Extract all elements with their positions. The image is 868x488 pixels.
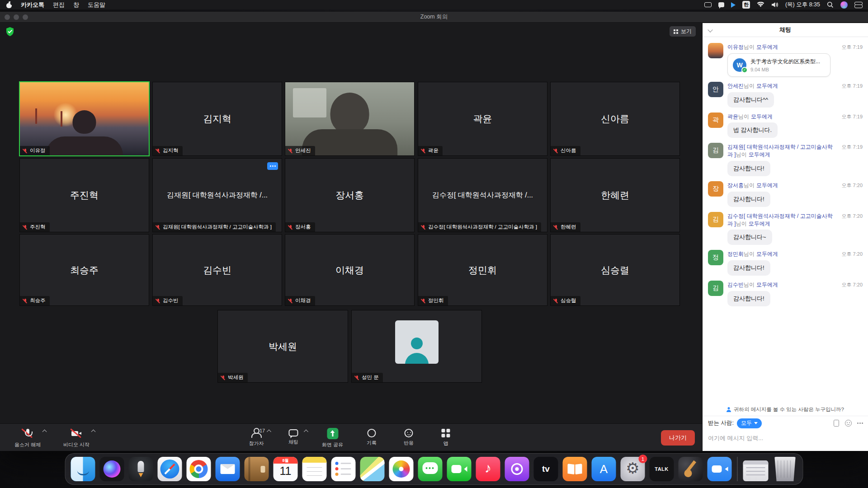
dock-notes-icon[interactable] [302, 457, 327, 481]
avatar: 김 [708, 143, 723, 158]
chevron-up-icon[interactable] [91, 430, 96, 434]
volume-icon[interactable] [771, 2, 778, 8]
mic-muted-icon [553, 225, 558, 230]
menu-help[interactable]: 도움말 [88, 1, 105, 9]
leave-meeting-button[interactable]: 나가기 [661, 430, 695, 446]
message-time: 오후 7:19 [842, 83, 863, 89]
dock-mail-icon[interactable] [216, 457, 240, 481]
dock-photos-icon[interactable] [389, 457, 414, 481]
mic-muted-icon [156, 148, 160, 154]
menu-app-name[interactable]: 카카오톡 [21, 1, 44, 9]
video-tile[interactable]: 김지혁 김지혁 [153, 82, 282, 155]
security-shield-icon[interactable] [5, 27, 14, 38]
chevron-down-icon[interactable] [708, 27, 712, 32]
dock-siri-icon[interactable] [100, 457, 124, 481]
siri-icon[interactable] [840, 1, 848, 9]
mic-muted-icon [354, 375, 359, 380]
dock-podcasts-icon[interactable] [505, 457, 529, 481]
dock-kakaotalk-icon[interactable]: TALK [650, 457, 674, 481]
apple-menu-icon[interactable] [6, 1, 12, 8]
video-tile[interactable]: 박세원 박세원 [218, 310, 348, 382]
video-tile[interactable]: 한혜련 한혜련 [551, 159, 679, 232]
chat-message: 김 김수빈님이모두에게 오후 7:20 감사합니다! [708, 281, 863, 306]
attach-file-icon[interactable] [834, 420, 839, 427]
dock-minimized-window[interactable] [743, 460, 769, 481]
participant-name: 한혜련 [551, 159, 679, 232]
tile-name-label: 김수빈 [153, 296, 183, 305]
emoji-icon[interactable] [845, 420, 852, 427]
dock-trash-icon[interactable] [773, 457, 797, 481]
menu-edit[interactable]: 편집 [53, 1, 65, 9]
dock-books-icon[interactable] [563, 457, 587, 481]
dock-appstore-icon[interactable]: A [592, 457, 616, 481]
video-tile[interactable]: 신아름 신아름 [551, 82, 679, 155]
dock-contacts-icon[interactable] [245, 457, 269, 481]
dock-system-settings-icon[interactable]: 1 [621, 457, 645, 481]
control-center-icon[interactable] [854, 2, 862, 8]
chat-message-input[interactable] [708, 435, 863, 441]
video-tile[interactable]: 곽윤 곽윤 [418, 82, 547, 155]
video-tile[interactable]: 이채경 이채경 [285, 235, 414, 305]
reactions-button[interactable]: 반응 [396, 427, 422, 448]
dock-messages-icon[interactable] [418, 457, 443, 481]
video-tile[interactable]: 최승주 최승주 [20, 235, 149, 305]
play-status-icon[interactable] [731, 2, 736, 8]
chevron-up-icon[interactable] [267, 430, 271, 434]
video-tile[interactable]: 김재원[ 대학원석사과정재학 /... 김재원[ 대학원석사과정재학 / 고고미… [153, 159, 282, 232]
share-screen-button[interactable]: 화면 공유 [317, 427, 348, 448]
dock-zoom-icon[interactable] [708, 457, 732, 481]
dock-separator [737, 457, 738, 481]
chat-button[interactable]: 채팅 [280, 427, 307, 448]
chevron-up-icon[interactable] [42, 430, 47, 434]
video-tile[interactable]: 김수빈 김수빈 [153, 235, 282, 305]
chat-message-list[interactable]: 이유정님이모두에게 오후 7:19 W 关于考古学文化的区系类型... [703, 38, 868, 403]
message-time: 오후 7:19 [842, 113, 863, 120]
chat-header: 채팅 [703, 23, 868, 37]
dock-finder-icon[interactable] [71, 457, 95, 481]
video-tile[interactable]: 주진혁 주진혁 [20, 159, 149, 232]
dock-facetime-icon[interactable] [447, 457, 472, 481]
wifi-icon[interactable] [757, 2, 764, 8]
caret-down-icon [754, 422, 758, 424]
dock-chrome-icon[interactable] [187, 457, 211, 481]
input-source-icon[interactable]: 한 [742, 1, 750, 9]
display-status-icon[interactable] [704, 2, 712, 7]
unmute-button[interactable]: 음소거 해제 [10, 427, 45, 448]
recipient-label: 받는 사람: [708, 419, 734, 427]
video-tile[interactable]: 성민 문 [352, 310, 481, 382]
video-tile[interactable]: 장서홍 장서홍 [285, 159, 414, 232]
dock-garageband-icon[interactable] [679, 457, 703, 481]
menu-window[interactable]: 창 [73, 1, 79, 9]
tile-name-label: 박세원 [218, 373, 248, 382]
video-tile[interactable]: 안세진 [285, 82, 414, 155]
person-placeholder-icon [402, 338, 431, 364]
dock-launchpad-icon[interactable] [129, 457, 153, 481]
record-button[interactable]: 기록 [359, 427, 385, 448]
video-tile[interactable]: 이유정 [20, 82, 149, 155]
menu-clock[interactable]: (목) 오후 8:35 [785, 1, 820, 9]
zoom-toolbar: 음소거 해제 비디오 시작 17 참가자 [0, 423, 702, 451]
dock-reminders-icon[interactable] [331, 457, 356, 481]
message-time: 오후 7:20 [842, 182, 863, 189]
dock-music-icon[interactable] [476, 457, 500, 481]
chevron-up-icon[interactable] [304, 430, 308, 434]
participants-button[interactable]: 17 참가자 [243, 427, 269, 448]
apps-button[interactable]: 앱 [433, 427, 459, 448]
dock-safari-icon[interactable] [158, 457, 182, 481]
more-options-icon[interactable] [859, 422, 861, 424]
recipient-dropdown[interactable]: 모두 [737, 418, 762, 428]
file-attachment[interactable]: W 关于考古学文化的区系类型... 9.04 MB [727, 53, 830, 77]
dock-appletv-icon[interactable]: tv [534, 457, 558, 481]
participant-name: 김재원[ 대학원석사과정재학 /... [153, 159, 282, 232]
video-tile[interactable]: 김수정[ 대학원석사과정재학 /... 김수정[ 대학원석사과정재학 / 고고미… [418, 159, 547, 232]
participant-name: 박세원 [218, 310, 348, 382]
dock-maps-icon[interactable] [360, 457, 385, 481]
dock-calendar-icon[interactable]: 8월 11 [274, 457, 298, 481]
start-video-button[interactable]: 비디오 시작 [59, 427, 94, 448]
message-header: 곽윤님이모두에게 오후 7:19 [727, 113, 863, 121]
video-tile[interactable]: 심승렬 심승렬 [551, 235, 679, 305]
chat-bubble-status-icon[interactable] [718, 2, 724, 7]
view-button[interactable]: 보기 [670, 26, 696, 37]
spotlight-search-icon[interactable] [827, 1, 834, 8]
video-tile[interactable]: 정민휘 정민휘 [418, 235, 547, 305]
